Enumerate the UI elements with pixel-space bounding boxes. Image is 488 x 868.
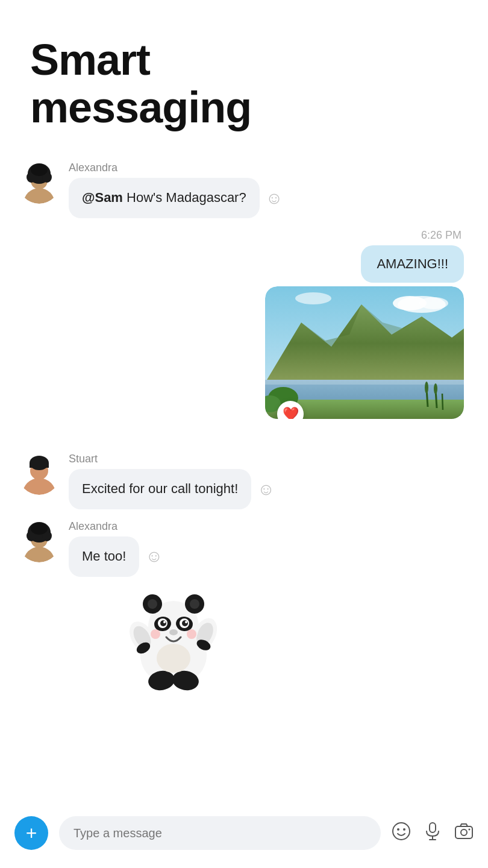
svg-point-33	[31, 523, 48, 535]
svg-rect-27	[30, 463, 49, 468]
panda-sticker	[119, 583, 228, 691]
image-bubble-2: ❤️	[265, 286, 464, 419]
svg-point-28	[23, 547, 55, 562]
svg-point-60	[393, 823, 410, 840]
svg-point-9	[419, 297, 448, 309]
message-input[interactable]	[59, 816, 381, 850]
svg-point-44	[148, 599, 157, 609]
message-row-3: Stuart Excited for our call tonight! ☺	[18, 453, 470, 509]
message-row-1: Alexandra @Sam How's Madagascar? ☺	[18, 162, 470, 218]
svg-point-45	[190, 599, 199, 609]
sender-name-3: Stuart	[69, 453, 275, 465]
bubble-row-3: Excited for our call tonight! ☺	[69, 469, 275, 509]
sender-name-1: Alexandra	[69, 162, 283, 174]
svg-point-56	[187, 629, 196, 639]
bubble-3: Excited for our call tonight!	[69, 469, 251, 509]
message-row-2: 6:26 PM AMAZING!!!	[18, 229, 464, 419]
svg-point-20	[434, 383, 437, 394]
emoji-icon[interactable]	[392, 822, 411, 845]
camera-icon[interactable]	[454, 822, 474, 845]
bubble-text-1: How's Madagascar?	[123, 190, 246, 205]
bubble-row-4: Me too! ☺	[69, 536, 228, 577]
svg-point-5	[31, 164, 48, 176]
bubble-row-1: @Sam How's Madagascar? ☺	[69, 178, 283, 218]
svg-line-21	[442, 394, 443, 410]
avatar-stuart	[18, 453, 60, 495]
plus-icon: +	[26, 823, 37, 843]
bubble-out-2: AMAZING!!!	[361, 245, 464, 283]
bubble-4: Me too!	[69, 536, 139, 577]
sender-name-4: Alexandra	[69, 520, 228, 533]
input-actions	[392, 822, 474, 845]
svg-point-67	[461, 829, 467, 835]
svg-point-62	[403, 828, 405, 831]
add-button[interactable]: +	[14, 816, 48, 850]
svg-point-50	[160, 620, 166, 626]
emoji-react-1[interactable]: ☺	[266, 189, 283, 208]
svg-point-18	[425, 382, 428, 394]
avatar-alexandra-2	[18, 520, 60, 562]
bubble-1: @Sam How's Madagascar?	[69, 178, 260, 218]
message-row-4: Alexandra Me too! ☺	[18, 520, 470, 691]
svg-point-55	[151, 629, 160, 639]
bubble-wrap-4: Alexandra Me too! ☺	[69, 520, 228, 691]
mention-1: @Sam	[82, 190, 123, 205]
input-bar: +	[0, 804, 488, 868]
timestamp-2: 6:26 PM	[421, 229, 461, 242]
bubble-wrap-3: Stuart Excited for our call tonight! ☺	[69, 453, 275, 509]
emoji-react-4[interactable]: ☺	[145, 547, 163, 566]
svg-rect-66	[455, 826, 472, 838]
bubble-wrap-1: Alexandra @Sam How's Madagascar? ☺	[69, 162, 283, 218]
microphone-icon[interactable]	[423, 822, 442, 845]
svg-point-24	[22, 478, 56, 495]
svg-point-0	[23, 188, 55, 204]
title-line2: messaging	[30, 83, 251, 131]
svg-point-57	[157, 644, 190, 673]
svg-point-54	[169, 629, 178, 635]
svg-point-10	[295, 292, 331, 304]
svg-point-51	[182, 620, 188, 626]
avatar-alexandra-1	[18, 162, 60, 204]
title-line1: Smart	[30, 36, 150, 84]
svg-point-53	[185, 621, 187, 623]
svg-point-52	[163, 621, 166, 623]
emoji-react-3[interactable]: ☺	[257, 480, 275, 499]
svg-rect-63	[430, 823, 436, 832]
svg-point-68	[469, 828, 471, 830]
page-title: Smart messaging	[0, 0, 488, 149]
svg-rect-15	[265, 380, 464, 385]
chat-container: Alexandra @Sam How's Madagascar? ☺ 6:26 …	[0, 149, 488, 834]
svg-point-61	[397, 828, 399, 831]
